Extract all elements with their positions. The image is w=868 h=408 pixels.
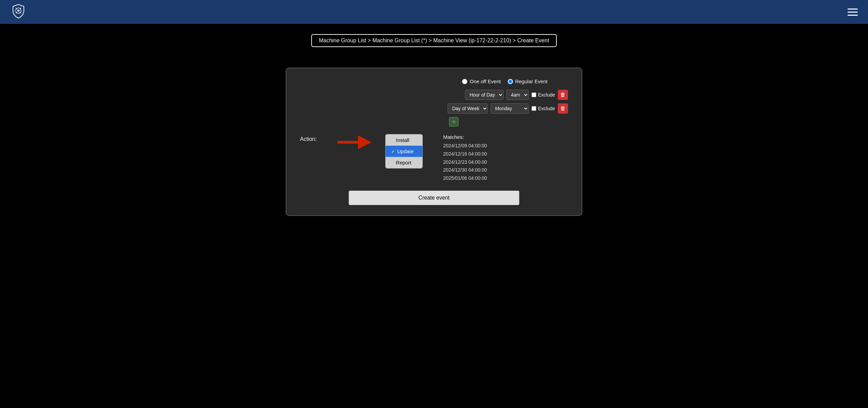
main-content: One off Event Regular Event Hour of Day … [0, 47, 868, 236]
hour-exclude-label[interactable]: Exclude [532, 92, 555, 98]
regular-event-radio[interactable] [508, 79, 513, 84]
day-value-select[interactable]: Monday Tuesday Wednesday [491, 103, 529, 114]
breadcrumb: Machine Group List > Machine Group List … [311, 34, 556, 47]
one-off-event-option[interactable]: One off Event [462, 78, 500, 84]
create-event-button[interactable]: Create event [349, 191, 519, 205]
matches-list: 2024/12/09 04:00:002024/12/16 04:00:0020… [443, 142, 487, 183]
hour-of-day-select[interactable]: Hour of Day [465, 90, 504, 100]
filter-rows: Hour of Day 4am 5am 6am Exclude 🗑 [448, 90, 568, 127]
install-check [391, 137, 394, 143]
add-filter-button[interactable]: + [449, 117, 459, 127]
action-dropdown: Install ✓ Update Report [385, 134, 423, 169]
create-event-card: One off Event Regular Event Hour of Day … [286, 68, 582, 216]
update-check-icon: ✓ [391, 149, 395, 154]
regular-event-option[interactable]: Regular Event [508, 78, 548, 84]
dropdown-item-install[interactable]: Install [386, 134, 422, 146]
dropdown-item-report[interactable]: Report [386, 157, 422, 168]
action-label: Action: [300, 134, 324, 142]
day-of-week-select[interactable]: Day of Week [448, 103, 488, 114]
match-item: 2024/12/16 04:00:00 [443, 150, 487, 158]
logo [10, 3, 27, 21]
filter-row-day: Day of Week Monday Tuesday Wednesday Exc… [448, 103, 568, 114]
report-check [391, 160, 394, 165]
matches-title: Matches: [443, 134, 487, 140]
hamburger-menu[interactable] [848, 9, 858, 16]
action-row: Action: Install ✓ Update Report [300, 134, 568, 183]
filter-row-hour: Hour of Day 4am 5am 6am Exclude 🗑 [465, 90, 568, 100]
match-item: 2024/12/30 04:00:00 [443, 166, 487, 174]
dropdown-item-update[interactable]: ✓ Update [386, 146, 422, 157]
match-item: 2024/12/23 04:00:00 [443, 158, 487, 166]
breadcrumb-container: Machine Group List > Machine Group List … [0, 34, 868, 47]
event-type-row: One off Event Regular Event [462, 78, 568, 84]
hour-exclude-checkbox[interactable] [532, 92, 536, 97]
hour-value-select[interactable]: 4am 5am 6am [506, 90, 529, 100]
day-exclude-label[interactable]: Exclude [532, 106, 555, 111]
match-item: 2025/01/06 04:00:00 [443, 174, 487, 183]
one-off-event-radio[interactable] [462, 79, 467, 84]
arrow-indicator [338, 134, 372, 149]
svg-point-1 [17, 10, 19, 12]
arrow-shaft [338, 141, 358, 144]
day-delete-button[interactable]: 🗑 [558, 103, 568, 114]
day-exclude-checkbox[interactable] [532, 106, 536, 111]
arrow-head [358, 135, 372, 149]
top-section: One off Event Regular Event Hour of Day … [300, 78, 568, 131]
hour-delete-button[interactable]: 🗑 [558, 90, 568, 100]
matches-section: Matches: 2024/12/09 04:00:002024/12/16 0… [443, 134, 487, 183]
create-event-button-container: Create event [300, 191, 568, 205]
header [0, 0, 868, 24]
match-item: 2024/12/09 04:00:00 [443, 142, 487, 150]
